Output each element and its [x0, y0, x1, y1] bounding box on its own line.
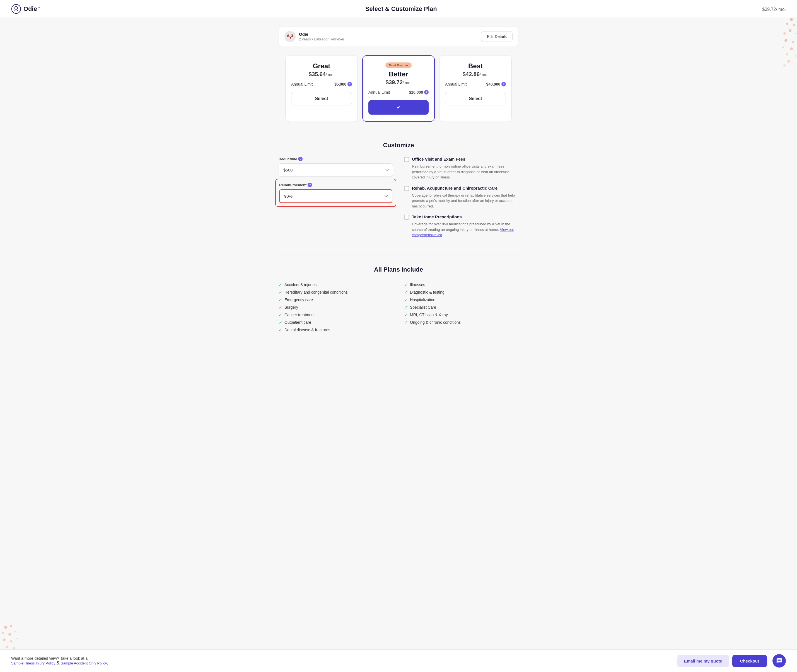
check-icon: ✓: [404, 297, 408, 302]
svg-point-11: [795, 55, 797, 57]
check-icon: ✓: [278, 290, 282, 295]
features-right: ✓Illnesses✓Diagnostic & testing✓Hospital…: [404, 281, 519, 334]
addon-prescriptions-header: Take Home Prescriptions: [404, 214, 519, 220]
customize-section: Customize Deductible ? $500 $100 $250 $7…: [278, 142, 519, 243]
svg-point-20: [10, 640, 12, 642]
check-icon: ✓: [278, 282, 282, 288]
check-icon: ✓: [404, 305, 408, 310]
svg-point-2: [793, 24, 795, 26]
check-icon: ✓: [404, 282, 408, 288]
section-divider: [273, 133, 524, 133]
check-icon: ✓: [278, 312, 282, 318]
features-left: ✓Accident & injuries✓Hereditary and cong…: [278, 281, 393, 334]
sample-illness-link[interactable]: Sample Illness Injury Policy: [11, 661, 55, 665]
checkmark-icon: ✓: [397, 104, 401, 110]
feature-item: ✓Specialist Care: [404, 304, 519, 311]
deductible-select[interactable]: $500 $100 $250 $750 $1000: [278, 163, 393, 176]
annual-limit-better: Annual Limit $10,000 ?: [368, 90, 429, 94]
svg-point-12: [787, 60, 790, 63]
annual-limit-info-better[interactable]: ?: [424, 90, 429, 94]
addon-rehab-desc: Coverage for physical therapy or rehabil…: [404, 193, 519, 209]
plans-container: Great $35.64/ mo. Annual Limit $5,000 ? …: [278, 55, 519, 122]
feature-item: ✓Hereditary and congenital conditions: [278, 289, 393, 296]
addon-prescriptions-name: Take Home Prescriptions: [412, 214, 462, 219]
pet-info-left: 🐶 Odie 2 years • Labrador Retriever: [285, 31, 344, 42]
select-button-best[interactable]: Select: [445, 92, 506, 106]
check-icon: ✓: [404, 312, 408, 318]
customize-right: Office Visit and Exam Fees Reimbursement…: [404, 157, 519, 243]
reimbursement-select[interactable]: 90% 70% 80%: [279, 189, 392, 203]
check-icon: ✓: [278, 297, 282, 302]
sample-accident-link[interactable]: Sample Accident Only Policy: [61, 661, 107, 665]
plan-name-best: Best: [468, 62, 483, 70]
logo-text: Odie™: [23, 5, 40, 13]
pet-name: Odie: [299, 32, 344, 37]
email-quote-button[interactable]: Email me my quote: [677, 655, 729, 667]
svg-point-22: [6, 646, 8, 648]
addon-rehab-checkbox[interactable]: [404, 186, 409, 191]
feature-item: ✓Illnesses: [404, 281, 519, 289]
plan-card-best: Best $42.86/ mo. Annual Limit $40,000 ? …: [439, 55, 512, 122]
chat-bubble-button[interactable]: [773, 654, 786, 667]
deductible-info-icon[interactable]: ?: [298, 157, 302, 161]
select-button-great[interactable]: Select: [291, 92, 352, 106]
pet-info: Odie 2 years • Labrador Retriever: [299, 32, 344, 41]
edit-details-button[interactable]: Edit Details: [481, 31, 512, 42]
check-icon: ✓: [404, 290, 408, 295]
page-title: Select & Customize Plan: [365, 5, 437, 13]
all-plans-grid: ✓Accident & injuries✓Hereditary and cong…: [278, 281, 519, 334]
all-plans-title: All Plans Include: [278, 266, 519, 273]
addon-office-visit-checkbox[interactable]: [404, 157, 409, 162]
pet-avatar: 🐶: [285, 31, 296, 42]
svg-point-14: [4, 626, 7, 629]
check-icon: ✓: [404, 320, 408, 325]
addon-rehab: Rehab, Acupuncture and Chiropractic Care…: [404, 186, 519, 209]
annual-limit-info-best[interactable]: ?: [501, 82, 506, 86]
feature-item: ✓Hospitalization: [404, 296, 519, 304]
feature-item: ✓Cancer treatment: [278, 311, 393, 319]
feature-item: ✓Accident & injuries: [278, 281, 393, 289]
reimbursement-info-icon[interactable]: ?: [307, 182, 312, 187]
addon-prescriptions: Take Home Prescriptions Coverage for ove…: [404, 214, 519, 238]
svg-point-5: [795, 33, 797, 34]
check-icon: ✓: [278, 305, 282, 310]
feature-item: ✓Dental disease & fractures: [278, 326, 393, 334]
plan-card-great: Great $35.64/ mo. Annual Limit $5,000 ? …: [285, 55, 358, 122]
addon-office-visit-desc: Reimbursement for nonroutine office visi…: [404, 164, 519, 180]
plan-price-better: $39.72/ mo.: [386, 79, 411, 86]
addon-office-visit-name: Office Visit and Exam Fees: [412, 157, 465, 162]
annual-limit-info-great[interactable]: ?: [347, 82, 352, 86]
footer-text-area: Want a more detailed view? Take a look a…: [11, 656, 108, 666]
checkout-button[interactable]: Checkout: [732, 655, 767, 667]
feature-item: ✓MRI, CT scan & X-ray: [404, 311, 519, 319]
deductible-label: Deductible ?: [278, 157, 393, 161]
pet-info-bar: 🐶 Odie 2 years • Labrador Retriever Edit…: [278, 26, 519, 47]
svg-point-15: [10, 625, 12, 627]
svg-point-0: [790, 18, 793, 21]
feature-item: ✓Emergency care: [278, 296, 393, 304]
deductible-group: Deductible ? $500 $100 $250 $750 $1000: [278, 157, 393, 176]
svg-point-25: [15, 6, 18, 10]
check-icon: ✓: [278, 327, 282, 333]
feature-item: ✓Surgery: [278, 304, 393, 311]
logo: Odie™: [11, 4, 40, 14]
svg-point-9: [790, 47, 793, 50]
all-plans-section: All Plans Include ✓Accident & injuries✓H…: [278, 254, 519, 334]
chat-icon: [776, 658, 782, 664]
reimbursement-group: Reimbursement ? 90% 70% 80%: [275, 179, 396, 207]
addon-prescriptions-checkbox[interactable]: [404, 215, 409, 220]
pet-details: 2 years • Labrador Retriever: [299, 37, 344, 41]
addon-office-visit: Office Visit and Exam Fees Reimbursement…: [404, 157, 519, 180]
plan-card-better: Most Popular Better $39.72/ mo. Annual L…: [362, 55, 435, 122]
svg-point-17: [8, 633, 11, 636]
svg-point-16: [2, 632, 4, 634]
select-button-better[interactable]: ✓: [368, 100, 429, 115]
plan-price-best: $42.86/ mo.: [463, 71, 488, 77]
feature-item: ✓Ongoing & chronic conditions: [404, 319, 519, 326]
svg-point-4: [783, 32, 786, 35]
header-price: $39.72/ mo.: [762, 5, 786, 13]
svg-point-1: [786, 22, 788, 25]
footer-links: Sample Illness Injury Policy & Sample Ac…: [11, 661, 108, 666]
svg-point-6: [784, 39, 787, 42]
addon-rehab-header: Rehab, Acupuncture and Chiropractic Care: [404, 186, 519, 191]
